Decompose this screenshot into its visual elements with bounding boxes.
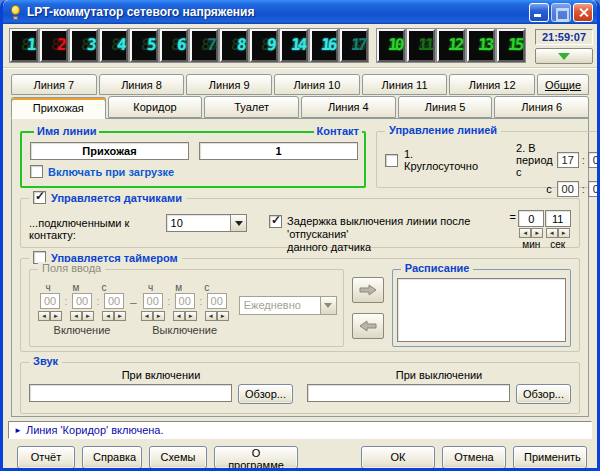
off-min-input[interactable]: [175, 293, 195, 309]
period2-from-hour[interactable]: [557, 181, 579, 197]
delay-seconds-input[interactable]: [545, 210, 571, 227]
delay-checkbox[interactable]: [269, 215, 282, 228]
arrow-right-icon: [359, 284, 377, 296]
off-time-group: чмс Выключение: [141, 282, 229, 336]
on-sec-spinner[interactable]: [102, 311, 126, 321]
period1-from-hour[interactable]: [557, 152, 579, 168]
lightbulb-icon: [8, 5, 23, 20]
tab-line-5[interactable]: Линия 5: [398, 96, 493, 118]
spin-right-icon[interactable]: [531, 228, 543, 238]
on-time-group: чмс Включение: [38, 282, 126, 336]
delay-minutes-spinner[interactable]: [519, 228, 543, 238]
tab-line-6[interactable]: Линия 6: [494, 96, 589, 118]
title-bar: LPT-коммутатор сетевого напряжения: [3, 0, 597, 24]
maximize-button[interactable]: [551, 3, 571, 22]
contact-input[interactable]: [199, 142, 358, 160]
sound-title: Звук: [29, 355, 62, 367]
line-name-input[interactable]: [30, 142, 189, 160]
led-panel: 1 2 3 4 5 6 7 8 9 14 16 17 10 11 12 13 1…: [3, 24, 597, 68]
tab-common[interactable]: Общие: [537, 74, 589, 95]
on-caption: Включение: [54, 324, 111, 336]
off-sec-input[interactable]: [207, 293, 227, 309]
off-hour-spinner[interactable]: [141, 311, 165, 321]
browse-off-button[interactable]: Обзор...: [516, 384, 571, 404]
range-dash: –: [130, 296, 137, 310]
schedule-listbox[interactable]: [397, 278, 566, 342]
clock-display: 21:59:07: [535, 29, 593, 45]
led-pin-4: 4: [100, 29, 128, 62]
tab-page-hallway: Имя линии Контакт Включать при загрузке …: [11, 118, 589, 417]
repeat-combobox[interactable]: Ежедневно: [239, 296, 337, 315]
period2-from-min[interactable]: [588, 181, 600, 197]
spin-left-icon[interactable]: [519, 228, 531, 238]
tab-line-7[interactable]: Линия 7: [11, 74, 97, 95]
status-text: Линия 'Коридор' включена.: [26, 424, 164, 436]
ok-button[interactable]: ОК: [361, 446, 435, 469]
clock-dropdown-button[interactable]: [535, 48, 593, 64]
on-min-spinner[interactable]: [70, 311, 94, 321]
period1-from-min[interactable]: [588, 152, 600, 168]
off-min-spinner[interactable]: [173, 311, 197, 321]
tab-hallway-active[interactable]: Прихожая: [11, 97, 106, 119]
minimize-button[interactable]: [529, 3, 549, 22]
led-group-output-pins: 1 2 3 4 5 6 7 8 9 14 16 17: [10, 29, 370, 62]
schemes-button[interactable]: Схемы: [149, 446, 207, 469]
sound-off-path-input[interactable]: [307, 384, 510, 402]
delay-minutes-input[interactable]: [518, 210, 544, 227]
browse-on-button[interactable]: Обзор...: [238, 384, 293, 404]
tab-corridor[interactable]: Коридор: [108, 96, 203, 118]
connected-label: ...подключенными к контакту:: [29, 217, 162, 241]
close-button[interactable]: [573, 3, 593, 22]
spin-right-icon[interactable]: [558, 228, 570, 238]
remove-from-schedule-button[interactable]: [352, 313, 384, 339]
sensor-contact-value: 10: [167, 215, 230, 231]
led-pin-11: 11: [407, 29, 435, 62]
tab-line-12[interactable]: Линия 12: [449, 74, 535, 95]
status-bullet-icon: ►: [14, 426, 22, 435]
led-pin-8: 8: [220, 29, 248, 62]
sensors-checkbox[interactable]: [33, 191, 46, 204]
spin-left-icon[interactable]: [546, 228, 558, 238]
period-label: 2. В период с: [516, 142, 553, 178]
tab-line-11[interactable]: Линия 11: [362, 74, 448, 95]
on-min-input[interactable]: [72, 293, 92, 309]
led-pin-12: 12: [437, 29, 465, 62]
dropdown-arrow-icon[interactable]: [320, 297, 336, 314]
tab-toilet[interactable]: Туалет: [204, 96, 299, 118]
on-sec-input[interactable]: [104, 293, 124, 309]
off-sec-spinner[interactable]: [205, 311, 229, 321]
led-pin-3: 3: [70, 29, 98, 62]
led-pin-6: 6: [160, 29, 188, 62]
repeat-value: Ежедневно: [240, 297, 320, 314]
delay-seconds-spinner[interactable]: [546, 228, 570, 238]
schedule-title: Расписание: [401, 262, 474, 274]
apply-button[interactable]: Применить: [513, 446, 587, 469]
led-pin-13: 13: [467, 29, 495, 62]
contact-label: Контакт: [314, 125, 362, 137]
autostart-checkbox[interactable]: [30, 165, 43, 178]
roundclock-label: 1. Круглосуточно: [404, 148, 478, 172]
input-fields-group: Поля ввода чмс Включение –: [29, 269, 344, 347]
led-pin-9: 9: [250, 29, 278, 62]
roundclock-checkbox[interactable]: [385, 154, 398, 167]
dropdown-arrow-icon[interactable]: [230, 215, 246, 231]
about-button[interactable]: О программе: [214, 446, 298, 469]
tab-line-9[interactable]: Линия 9: [186, 74, 272, 95]
tab-line-8[interactable]: Линия 8: [99, 74, 185, 95]
on-hour-input[interactable]: [40, 293, 60, 309]
chevron-down-icon: [558, 53, 570, 60]
off-hour-input[interactable]: [143, 293, 163, 309]
tab-line-10[interactable]: Линия 10: [274, 74, 360, 95]
report-button[interactable]: Отчёт: [17, 446, 75, 469]
cancel-button[interactable]: Отмена: [442, 446, 506, 469]
sound-on-path-input[interactable]: [29, 384, 232, 402]
line-name-group: Имя линии Контакт Включать при загрузке: [20, 131, 366, 188]
led-pin-15: 15: [497, 29, 525, 62]
sensor-contact-combobox[interactable]: 10: [166, 214, 247, 232]
period2-from-label: с: [546, 183, 552, 195]
tab-line-4[interactable]: Линия 4: [301, 96, 396, 118]
on-hour-spinner[interactable]: [38, 311, 62, 321]
help-button[interactable]: Справка: [82, 446, 142, 469]
sensors-title: Управляется датчиками: [51, 192, 182, 204]
add-to-schedule-button[interactable]: [352, 277, 384, 303]
